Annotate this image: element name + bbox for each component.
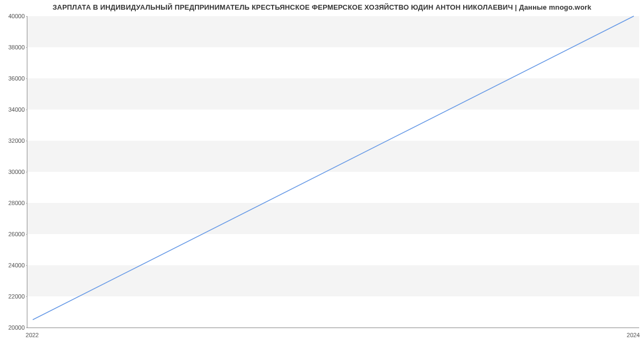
y-tick: 36000 [8,75,25,82]
y-tick: 32000 [8,137,25,144]
y-tick: 28000 [8,200,25,206]
chart-title: ЗАРПЛАТА В ИНДИВИДУАЛЬНЫЙ ПРЕДПРИНИМАТЕЛ… [0,3,644,11]
x-tick: 2022 [26,330,39,338]
y-tick: 22000 [8,293,25,300]
line-series [27,16,639,328]
y-tick: 26000 [8,231,25,237]
y-tick: 30000 [8,169,25,175]
y-tick: 34000 [8,106,25,113]
y-tick: 24000 [8,262,25,268]
plot-area [27,16,639,328]
y-tick: 20000 [8,324,25,331]
y-tick: 40000 [8,13,25,19]
y-tick: 38000 [8,44,25,50]
salary-chart: ЗАРПЛАТА В ИНДИВИДУАЛЬНЫЙ ПРЕДПРИНИМАТЕЛ… [0,0,644,349]
x-tick: 2024 [627,330,640,338]
